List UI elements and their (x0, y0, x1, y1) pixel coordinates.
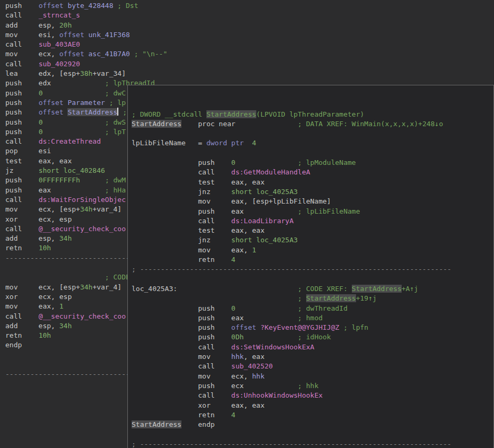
symbol[interactable]: ds:CreateThread (39, 137, 101, 145)
code-text: 0FFFFFFFFh (39, 176, 80, 184)
code-text: call (5, 137, 39, 145)
code-text: proc near (181, 120, 236, 128)
code-text: call (5, 60, 39, 68)
code-text (339, 323, 343, 331)
code-text: test eax, eax (132, 226, 264, 234)
comment-text: ; dwThreadId (298, 304, 348, 312)
code-text (42, 89, 105, 97)
code-text: 34h (59, 322, 72, 330)
symbol[interactable]: hhk (252, 372, 264, 380)
code-text: call (132, 168, 231, 176)
symbol[interactable]: byte_428448 (67, 2, 113, 10)
code-line[interactable]: mov ecx, offset asc_41B7A0 ; "\n--" (5, 49, 494, 59)
comment-text: ; lpModuleName (298, 159, 356, 166)
symbol[interactable]: @__security_check_coo (39, 312, 126, 320)
code-text: call (132, 217, 231, 225)
symbol[interactable]: sub_402920 (39, 60, 80, 68)
symbol[interactable]: ds:SetWindowsHookExA (231, 343, 315, 351)
code-text: push (5, 128, 39, 136)
hint-code-line (132, 90, 493, 100)
symbol[interactable]: @__security_check_coo (39, 225, 126, 233)
hint-code-line: jnz short loc_4025A3 (132, 187, 493, 197)
code-text: call (5, 312, 39, 320)
code-text: add esp, (5, 322, 59, 330)
comment-text: (LPVOID lpThreadParameter) (256, 110, 365, 118)
code-text: offset (59, 31, 89, 39)
symbol[interactable]: StartAddress (132, 120, 181, 128)
hint-code-line: test eax, eax (132, 226, 493, 235)
symbol[interactable]: short loc_4025A3 (231, 188, 298, 196)
symbol[interactable]: short loc_4025A3 (231, 236, 298, 244)
code-text: call (132, 362, 231, 370)
ida-disassembly-view: push offset byte_428448 ; Dstcall _strnc… (0, 0, 494, 448)
code-text: retn (5, 244, 39, 252)
symbol[interactable]: Parameter (67, 99, 105, 107)
code-text: push (5, 118, 39, 126)
symbol[interactable]: hhk (231, 353, 244, 361)
symbol[interactable]: ds:UnhookWindowsHookEx (231, 391, 323, 399)
hint-code-line: push offset ?KeyEvent@@YGJHIJ@Z ; lpfn (132, 323, 493, 332)
code-line[interactable]: call sub_403AE0 (5, 40, 494, 49)
comment-text: ; idHook (298, 333, 331, 341)
code-line[interactable]: add esp, 20h (5, 21, 494, 30)
code-text: push (5, 89, 39, 97)
symbol[interactable]: short loc_402846 (39, 166, 105, 174)
symbol[interactable]: sub_402520 (231, 362, 273, 370)
code-text: pop esi (5, 147, 51, 155)
hint-code-line: mov hhk, eax (132, 352, 493, 362)
code-text: 34h (80, 283, 92, 291)
code-line[interactable]: push offset byte_428448 ; Dst (5, 1, 494, 11)
code-text: 4 (252, 139, 256, 147)
hint-code-line (132, 275, 493, 284)
code-text: loc_4025A3: (132, 285, 177, 293)
hint-code-line: loc_4025A3: ; CODE XREF: StartAddress+A↑… (132, 284, 493, 294)
code-text (177, 285, 298, 293)
comment-text: ; dwC (105, 89, 126, 97)
symbol[interactable]: ds:GetModuleHandleA (231, 168, 310, 176)
code-text: push ecx (132, 382, 298, 390)
comment-text: +19↑j (356, 294, 377, 302)
code-line[interactable]: call _strncat_s (5, 11, 494, 20)
code-text: push (5, 99, 39, 107)
symbol[interactable]: StartAddress (67, 108, 117, 116)
code-text: endp (181, 420, 215, 428)
code-line[interactable]: call sub_402920 (5, 59, 494, 69)
hint-code-line: test eax, eax (132, 178, 493, 187)
code-text: mov eax, [esp+lpLibFileName] (132, 197, 331, 205)
hint-code-line: lpLibFileName = dword ptr 4 (132, 138, 493, 148)
hint-code-line: push eax ; lpLibFileName (132, 207, 493, 216)
code-text: mov (132, 353, 231, 361)
code-text: 0 (231, 304, 236, 312)
code-text: retn (132, 411, 231, 419)
hint-code-line: call ds:GetModuleHandleA (132, 168, 493, 177)
comment-text: ; Dst (117, 2, 138, 10)
symbol[interactable]: ds:WaitForSingleObjec (39, 196, 126, 204)
code-line[interactable]: mov esi, offset unk_41F368 (5, 30, 494, 40)
hint-code-line: call ds:UnhookWindowsHookEx (132, 391, 493, 400)
code-line[interactable]: lea edx, [esp+38h+var_34] (5, 69, 494, 78)
comment-text: ; dwM (105, 176, 126, 184)
symbol[interactable]: StartAddress (132, 420, 181, 428)
separator-line: ; --------------------------------------… (132, 265, 452, 273)
hint-code-line: push eax ; hmod (132, 313, 493, 323)
symbol[interactable]: unk_41F368 (89, 31, 130, 39)
symbol[interactable]: ds:LoadLibraryA (231, 217, 293, 225)
hint-code-line: ; StartAddress+19↑j (132, 294, 493, 303)
symbol[interactable]: asc_41B7A0 (89, 50, 130, 58)
hint-code-line (132, 100, 493, 109)
code-text: +var_34] (92, 69, 126, 77)
code-text: call (5, 40, 39, 48)
hint-code-line (132, 429, 493, 439)
hint-code-line: call ds:LoadLibraryA (132, 216, 493, 226)
hint-code-line: call ds:SetWindowsHookExA (132, 342, 493, 352)
code-text: add esp, (5, 21, 59, 29)
code-text (236, 304, 298, 312)
symbol[interactable]: _strncat_s (39, 11, 80, 19)
code-text: push (132, 323, 231, 331)
code-text: jnz (132, 188, 231, 196)
code-text: 0 (231, 159, 236, 166)
symbol[interactable]: sub_403AE0 (39, 40, 80, 48)
symbol[interactable]: ?KeyEvent@@YGJHIJ@Z (261, 323, 340, 331)
code-text: retn (132, 256, 231, 263)
comment-text: StartAddress (206, 110, 256, 118)
